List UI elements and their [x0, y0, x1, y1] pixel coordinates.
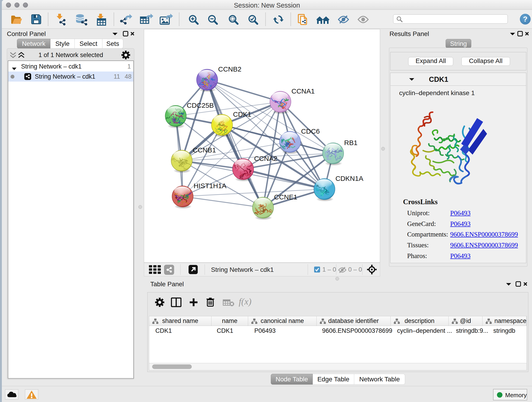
svg-text:CCNB1: CCNB1 [193, 146, 216, 154]
svg-text:CCNB2: CCNB2 [218, 65, 241, 73]
svg-text:CDKN1A: CDKN1A [336, 175, 363, 182]
svg-text:CDC25B: CDC25B [187, 102, 214, 109]
svg-text:CCNE1: CCNE1 [274, 193, 298, 201]
svg-text:CDK1: CDK1 [233, 110, 251, 118]
svg-text:CCNA1: CCNA1 [291, 87, 315, 95]
svg-text:HIST1H1A: HIST1H1A [194, 182, 226, 190]
svg-text:RB1: RB1 [344, 139, 357, 147]
svg-text:CDC6: CDC6 [301, 128, 320, 135]
svg-text:CCNA2: CCNA2 [254, 155, 278, 162]
